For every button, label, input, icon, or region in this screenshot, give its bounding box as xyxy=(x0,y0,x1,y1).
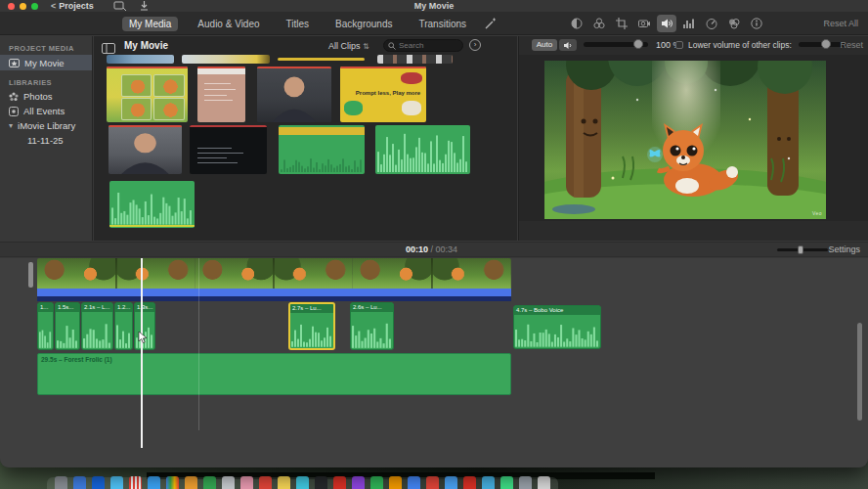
dock-app-icon[interactable] xyxy=(110,476,123,489)
sidebar-item-imovie-library[interactable]: ▾ iMovie Library xyxy=(0,118,92,133)
audio-clip[interactable]: 2.6s – Lu... xyxy=(350,302,394,350)
lower-volume-slider[interactable] xyxy=(799,42,846,47)
dock-app-icon[interactable] xyxy=(426,476,439,489)
dock-app-icon[interactable] xyxy=(463,476,476,489)
search-input[interactable] xyxy=(399,41,458,50)
dock-app-icon[interactable] xyxy=(166,476,179,489)
volume-icon[interactable] xyxy=(657,15,676,32)
video-track-filmstrip[interactable] xyxy=(37,258,511,289)
timeline-toolbar: 00:10 / 00:34 Settings xyxy=(0,242,868,257)
playhead[interactable] xyxy=(141,258,143,448)
media-thumb-strip[interactable] xyxy=(377,55,453,64)
tab-audio-video[interactable]: Audio & Video xyxy=(191,17,266,31)
tab-backgrounds[interactable]: Backgrounds xyxy=(328,17,399,31)
dock-app-icon[interactable] xyxy=(92,476,105,489)
media-thumb-webcam[interactable] xyxy=(108,125,182,174)
audio-clip[interactable]: 1.2... xyxy=(114,302,133,350)
mute-button[interactable] xyxy=(559,39,577,51)
dock-app-icon[interactable] xyxy=(148,476,160,489)
audio-clip[interactable]: 1... xyxy=(37,302,54,350)
timeline-left-handle xyxy=(28,262,33,288)
speed-icon[interactable] xyxy=(702,15,721,32)
dock-app-icon[interactable] xyxy=(278,476,290,489)
dock-app-icon[interactable] xyxy=(482,476,495,489)
crop-icon[interactable] xyxy=(612,15,631,32)
dock-app-icon[interactable] xyxy=(222,476,235,489)
clip-info-icon[interactable] xyxy=(747,15,766,32)
dock-app-icon[interactable] xyxy=(129,476,142,489)
speaker-icon xyxy=(563,41,573,50)
dock-app-icon[interactable] xyxy=(519,476,532,489)
volume-slider[interactable] xyxy=(584,42,648,47)
clip-size-button[interactable]: › xyxy=(469,39,481,51)
volume-controls: Auto 100 % Lower volume of other clips: … xyxy=(519,36,868,55)
dock-app-icon[interactable] xyxy=(185,476,197,489)
media-thumb-document[interactable] xyxy=(197,67,245,122)
dock-app-icon[interactable] xyxy=(203,476,216,489)
sidebar-item-date-library[interactable]: 11-11-25 xyxy=(0,133,92,148)
dock-app-icon[interactable] xyxy=(500,476,513,489)
dock-app-icon[interactable] xyxy=(408,476,420,489)
dock-app-icon[interactable] xyxy=(445,476,457,489)
dock-app-icon[interactable] xyxy=(538,476,550,489)
media-thumb-strip[interactable] xyxy=(182,55,270,64)
audio-clip[interactable]: 2.1s – L... xyxy=(81,302,113,350)
filmstrip-frame xyxy=(37,258,116,289)
dock-app-icon[interactable] xyxy=(73,476,86,489)
clip-filter-dropdown[interactable]: All Clips ⇅ xyxy=(328,41,369,51)
dock-app-icon[interactable] xyxy=(389,476,402,489)
tab-titles[interactable]: Titles xyxy=(280,17,317,31)
timeline-zoom-slider[interactable] xyxy=(777,248,828,251)
media-tabs: My Media Audio & Video Titles Background… xyxy=(122,12,473,35)
color-balance-icon[interactable] xyxy=(567,15,586,32)
audio-clip-selected[interactable]: 2.7s – Lu... xyxy=(288,302,335,350)
media-thumb-strip[interactable] xyxy=(278,55,365,64)
media-thumb-presenter[interactable] xyxy=(257,67,331,122)
sidebar: PROJECT MEDIA My Movie LIBRARIES Photos … xyxy=(0,36,93,241)
media-thumb-audio[interactable] xyxy=(109,181,195,228)
viewer-panel: Auto 100 % Lower volume of other clips: … xyxy=(518,36,868,241)
enhance-wand-icon[interactable] xyxy=(481,15,500,32)
dock-app-icon[interactable] xyxy=(259,476,272,489)
sidebar-item-label: 11-11-25 xyxy=(27,135,64,146)
media-thumb-terminal[interactable] xyxy=(190,125,267,174)
current-time: 00:10 xyxy=(406,244,428,254)
media-thumb-promo[interactable]: Prompt less, Play more xyxy=(340,67,426,122)
media-thumb-audio[interactable] xyxy=(375,125,470,174)
media-thumb-audio[interactable] xyxy=(279,125,365,174)
total-time: 00:34 xyxy=(436,244,458,254)
media-thumb-strip[interactable] xyxy=(107,55,174,64)
sidebar-item-my-movie[interactable]: My Movie xyxy=(0,55,92,70)
audio-clip[interactable]: 1.5s... xyxy=(55,302,80,350)
clip-filter-icon[interactable] xyxy=(724,15,744,32)
sidebar-item-all-events[interactable]: All Events xyxy=(0,104,92,118)
dock-app-icon[interactable] xyxy=(333,476,346,489)
search-icon xyxy=(388,42,396,50)
dock-app-icon[interactable] xyxy=(296,476,309,489)
sidebar-item-photos[interactable]: Photos xyxy=(0,89,92,104)
person-figure xyxy=(257,67,331,122)
person-figure xyxy=(108,125,182,174)
lower-volume-checkbox[interactable] xyxy=(675,41,683,49)
video-audio-strip[interactable] xyxy=(37,289,511,301)
tab-my-media[interactable]: My Media xyxy=(122,17,178,31)
timeline-settings-button[interactable]: Settings xyxy=(828,244,860,254)
media-thumb-screenrec[interactable] xyxy=(107,67,188,122)
all-events-icon xyxy=(9,107,19,116)
dock-app-icon[interactable] xyxy=(315,476,327,489)
reset-all-button[interactable]: Reset All xyxy=(823,12,858,35)
dock-app-icon[interactable] xyxy=(370,476,383,489)
voiceover-clip[interactable]: 4.7s – Bobo Voice xyxy=(513,305,601,349)
stabilization-icon[interactable] xyxy=(634,15,654,32)
volume-reset-button[interactable]: Reset xyxy=(840,40,863,50)
dock-app-icon[interactable] xyxy=(240,476,253,489)
dock-app-icon[interactable] xyxy=(55,476,67,489)
noise-reduction-icon[interactable] xyxy=(679,15,699,32)
disclosure-chevron-icon[interactable]: ▾ xyxy=(9,121,13,130)
tab-transitions[interactable]: Transitions xyxy=(412,17,473,31)
timeline-scrollbar[interactable] xyxy=(857,323,862,421)
auto-volume-button[interactable]: Auto xyxy=(532,39,557,51)
background-music-clip[interactable]: 29.5s – Forest Frolic (1) xyxy=(37,353,511,395)
dock-app-icon[interactable] xyxy=(352,476,365,489)
color-correction-icon[interactable] xyxy=(589,15,609,32)
